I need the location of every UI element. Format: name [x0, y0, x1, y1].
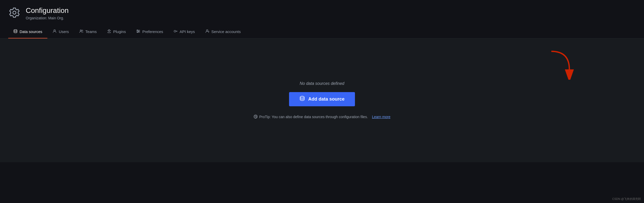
add-button-db-icon [299, 96, 305, 103]
svg-point-11 [206, 30, 208, 31]
tab-api-keys[interactable]: API keys [168, 26, 200, 38]
svg-point-7 [138, 31, 139, 31]
protip-section: ProTip: You can also define data sources… [254, 115, 390, 119]
page-title: Configuration [26, 6, 69, 15]
empty-state-message: No data sources defined [300, 81, 344, 86]
tab-plugins-label: Plugins [113, 29, 126, 34]
database-icon [13, 29, 18, 34]
learn-more-link[interactable]: Learn more [372, 115, 390, 119]
watermark: CSDN @飞奔的屌壳郎 [612, 197, 641, 201]
tab-teams-label: Teams [85, 29, 97, 34]
header-text-group: Configuration Organization: Main Org. [26, 6, 69, 20]
tab-preferences-label: Preferences [142, 29, 163, 34]
add-button-label: Add data source [308, 96, 344, 102]
svg-point-14 [254, 115, 257, 118]
tab-users[interactable]: Users [47, 26, 74, 38]
svg-point-9 [137, 32, 138, 33]
protip-text: ProTip: You can also define data sources… [259, 115, 368, 119]
gear-icon [8, 6, 21, 20]
tab-api-keys-label: API keys [180, 29, 195, 34]
svg-point-1 [54, 30, 55, 31]
svg-point-13 [300, 96, 304, 98]
tab-teams[interactable]: Teams [74, 26, 102, 38]
arrow-decoration [546, 49, 577, 81]
service-accounts-icon [205, 29, 209, 34]
tab-service-accounts[interactable]: Service accounts [200, 26, 246, 38]
plugins-icon [107, 29, 111, 34]
add-data-source-button[interactable]: Add data source [289, 92, 355, 106]
svg-point-3 [82, 30, 83, 31]
svg-point-10 [174, 30, 176, 32]
org-subtitle: Organization: Main Org. [26, 16, 69, 20]
svg-point-0 [14, 29, 17, 31]
user-icon [53, 29, 57, 34]
tab-plugins[interactable]: Plugins [102, 26, 131, 38]
svg-point-15 [256, 118, 256, 118]
svg-point-5 [137, 30, 138, 30]
tab-users-label: Users [59, 29, 69, 34]
tab-data-sources-label: Data sources [20, 29, 42, 34]
tab-data-sources[interactable]: Data sources [8, 26, 47, 38]
nav-bar: Data sources Users Teams P [0, 25, 644, 38]
teams-icon [79, 29, 83, 34]
protip-icon [254, 115, 258, 119]
svg-point-2 [80, 30, 81, 31]
tab-preferences[interactable]: Preferences [131, 26, 168, 38]
tab-service-accounts-label: Service accounts [211, 29, 241, 34]
page-header: Configuration Organization: Main Org. [0, 0, 644, 25]
preferences-icon [136, 29, 140, 34]
api-key-icon [173, 29, 178, 34]
main-content: No data sources defined Add data source … [0, 38, 644, 162]
